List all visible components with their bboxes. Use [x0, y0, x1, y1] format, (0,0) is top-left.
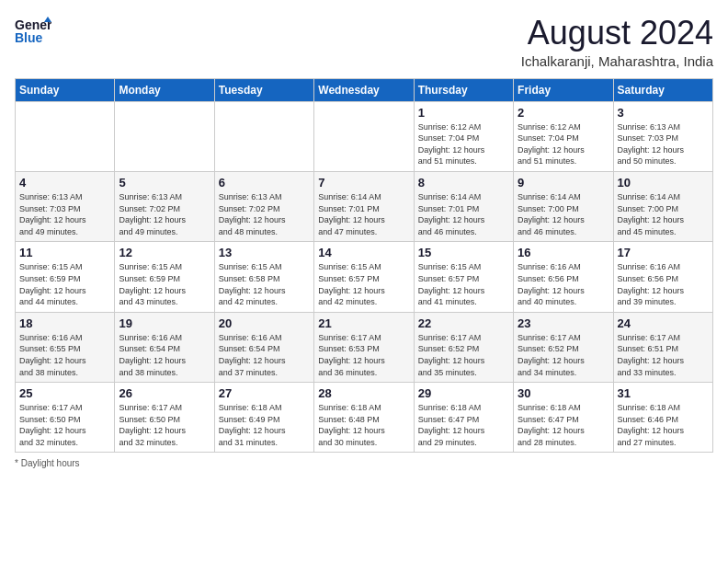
day-number: 12 [119, 246, 210, 259]
calendar-cell: 16Sunrise: 6:16 AM Sunset: 6:56 PM Dayli… [514, 242, 613, 312]
day-info: Sunrise: 6:16 AM Sunset: 6:55 PM Dayligh… [19, 332, 110, 378]
day-number: 10 [618, 176, 709, 190]
day-number: 29 [418, 386, 509, 400]
calendar-cell: 23Sunrise: 6:17 AM Sunset: 6:52 PM Dayli… [514, 312, 613, 382]
footer-text: Daylight hours [21, 458, 80, 468]
calendar-body: 1Sunrise: 6:12 AM Sunset: 7:04 PM Daylig… [16, 101, 713, 453]
day-info: Sunrise: 6:16 AM Sunset: 6:54 PM Dayligh… [119, 332, 210, 378]
day-number: 16 [518, 246, 609, 259]
calendar-cell: 20Sunrise: 6:16 AM Sunset: 6:54 PM Dayli… [214, 312, 313, 382]
header-wednesday: Wednesday [314, 78, 414, 101]
calendar-cell: 27Sunrise: 6:18 AM Sunset: 6:49 PM Dayli… [214, 383, 313, 453]
day-number: 2 [518, 106, 609, 120]
day-info: Sunrise: 6:16 AM Sunset: 6:56 PM Dayligh… [518, 261, 609, 307]
day-info: Sunrise: 6:15 AM Sunset: 6:57 PM Dayligh… [418, 261, 509, 307]
calendar-week-0: 1Sunrise: 6:12 AM Sunset: 7:04 PM Daylig… [16, 101, 713, 171]
calendar-cell: 1Sunrise: 6:12 AM Sunset: 7:04 PM Daylig… [414, 101, 513, 171]
day-number: 5 [119, 176, 210, 190]
calendar-cell: 26Sunrise: 6:17 AM Sunset: 6:50 PM Dayli… [115, 383, 214, 453]
calendar-cell: 11Sunrise: 6:15 AM Sunset: 6:59 PM Dayli… [16, 242, 115, 312]
calendar-cell: 30Sunrise: 6:18 AM Sunset: 6:47 PM Dayli… [514, 383, 613, 453]
calendar-cell: 25Sunrise: 6:17 AM Sunset: 6:50 PM Dayli… [16, 383, 115, 453]
svg-text:Blue: Blue [15, 30, 43, 45]
day-number: 9 [518, 176, 609, 190]
location-subtitle: Ichalkaranji, Maharashtra, India [521, 53, 713, 69]
day-number: 24 [618, 316, 709, 330]
calendar-cell: 14Sunrise: 6:15 AM Sunset: 6:57 PM Dayli… [314, 242, 414, 312]
day-info: Sunrise: 6:13 AM Sunset: 7:02 PM Dayligh… [219, 191, 310, 237]
calendar-cell: 24Sunrise: 6:17 AM Sunset: 6:51 PM Dayli… [613, 312, 712, 382]
calendar-cell: 3Sunrise: 6:13 AM Sunset: 7:03 PM Daylig… [613, 101, 712, 171]
calendar-table: SundayMondayTuesdayWednesdayThursdayFrid… [15, 78, 713, 454]
day-number: 28 [318, 386, 409, 400]
day-number: 3 [618, 106, 709, 120]
day-number: 23 [518, 316, 609, 330]
day-info: Sunrise: 6:15 AM Sunset: 6:57 PM Dayligh… [318, 261, 409, 307]
day-info: Sunrise: 6:18 AM Sunset: 6:46 PM Dayligh… [618, 402, 709, 448]
day-info: Sunrise: 6:15 AM Sunset: 6:59 PM Dayligh… [119, 261, 210, 307]
header-sunday: Sunday [16, 78, 115, 101]
header-saturday: Saturday [613, 78, 712, 101]
logo-icon: General Blue [15, 15, 51, 48]
header-thursday: Thursday [414, 78, 513, 101]
calendar-cell: 18Sunrise: 6:16 AM Sunset: 6:55 PM Dayli… [16, 312, 115, 382]
month-year-title: August 2024 [521, 15, 713, 52]
footer-note: * Daylight hours [15, 458, 713, 468]
day-number: 26 [119, 386, 210, 400]
calendar-week-4: 25Sunrise: 6:17 AM Sunset: 6:50 PM Dayli… [16, 383, 713, 453]
day-info: Sunrise: 6:17 AM Sunset: 6:52 PM Dayligh… [418, 332, 509, 378]
calendar-cell: 6Sunrise: 6:13 AM Sunset: 7:02 PM Daylig… [214, 171, 313, 241]
day-number: 20 [219, 316, 310, 330]
day-info: Sunrise: 6:16 AM Sunset: 6:54 PM Dayligh… [219, 332, 310, 378]
calendar-cell: 15Sunrise: 6:15 AM Sunset: 6:57 PM Dayli… [414, 242, 513, 312]
calendar-cell [115, 101, 214, 171]
day-number: 21 [318, 316, 409, 330]
day-info: Sunrise: 6:18 AM Sunset: 6:47 PM Dayligh… [518, 402, 609, 448]
calendar-week-1: 4Sunrise: 6:13 AM Sunset: 7:03 PM Daylig… [16, 171, 713, 241]
calendar-cell: 9Sunrise: 6:14 AM Sunset: 7:00 PM Daylig… [514, 171, 613, 241]
day-info: Sunrise: 6:17 AM Sunset: 6:50 PM Dayligh… [19, 402, 110, 448]
calendar-cell: 13Sunrise: 6:15 AM Sunset: 6:58 PM Dayli… [214, 242, 313, 312]
calendar-cell: 17Sunrise: 6:16 AM Sunset: 6:56 PM Dayli… [613, 242, 712, 312]
day-info: Sunrise: 6:14 AM Sunset: 7:00 PM Dayligh… [518, 191, 609, 237]
calendar-cell: 28Sunrise: 6:18 AM Sunset: 6:48 PM Dayli… [314, 383, 414, 453]
day-info: Sunrise: 6:17 AM Sunset: 6:51 PM Dayligh… [618, 332, 709, 378]
calendar-cell: 5Sunrise: 6:13 AM Sunset: 7:02 PM Daylig… [115, 171, 214, 241]
day-info: Sunrise: 6:18 AM Sunset: 6:47 PM Dayligh… [418, 402, 509, 448]
day-number: 14 [318, 246, 409, 259]
day-info: Sunrise: 6:14 AM Sunset: 7:00 PM Dayligh… [618, 191, 709, 237]
day-number: 30 [518, 386, 609, 400]
day-info: Sunrise: 6:13 AM Sunset: 7:03 PM Dayligh… [19, 191, 110, 237]
calendar-cell: 19Sunrise: 6:16 AM Sunset: 6:54 PM Dayli… [115, 312, 214, 382]
day-info: Sunrise: 6:14 AM Sunset: 7:01 PM Dayligh… [318, 191, 409, 237]
day-info: Sunrise: 6:17 AM Sunset: 6:53 PM Dayligh… [318, 332, 409, 378]
day-number: 4 [19, 176, 110, 190]
calendar-cell: 7Sunrise: 6:14 AM Sunset: 7:01 PM Daylig… [314, 171, 414, 241]
calendar-cell: 29Sunrise: 6:18 AM Sunset: 6:47 PM Dayli… [414, 383, 513, 453]
day-number: 19 [119, 316, 210, 330]
calendar-week-2: 11Sunrise: 6:15 AM Sunset: 6:59 PM Dayli… [16, 242, 713, 312]
day-number: 22 [418, 316, 509, 330]
day-number: 31 [618, 386, 709, 400]
logo: General Blue [15, 15, 51, 48]
calendar-cell: 31Sunrise: 6:18 AM Sunset: 6:46 PM Dayli… [613, 383, 712, 453]
day-number: 1 [418, 106, 509, 120]
day-number: 7 [318, 176, 409, 190]
day-info: Sunrise: 6:17 AM Sunset: 6:52 PM Dayligh… [518, 332, 609, 378]
day-info: Sunrise: 6:14 AM Sunset: 7:01 PM Dayligh… [418, 191, 509, 237]
day-info: Sunrise: 6:12 AM Sunset: 7:04 PM Dayligh… [418, 121, 509, 167]
day-info: Sunrise: 6:15 AM Sunset: 6:58 PM Dayligh… [219, 261, 310, 307]
day-info: Sunrise: 6:15 AM Sunset: 6:59 PM Dayligh… [19, 261, 110, 307]
day-number: 15 [418, 246, 509, 259]
calendar-cell: 12Sunrise: 6:15 AM Sunset: 6:59 PM Dayli… [115, 242, 214, 312]
day-number: 25 [19, 386, 110, 400]
calendar-week-3: 18Sunrise: 6:16 AM Sunset: 6:55 PM Dayli… [16, 312, 713, 382]
day-number: 17 [618, 246, 709, 259]
calendar-cell: 2Sunrise: 6:12 AM Sunset: 7:04 PM Daylig… [514, 101, 613, 171]
page-header: General Blue August 2024 Ichalkaranji, M… [15, 15, 713, 69]
day-info: Sunrise: 6:16 AM Sunset: 6:56 PM Dayligh… [618, 261, 709, 307]
header-monday: Monday [115, 78, 214, 101]
calendar-cell: 21Sunrise: 6:17 AM Sunset: 6:53 PM Dayli… [314, 312, 414, 382]
calendar-header-row: SundayMondayTuesdayWednesdayThursdayFrid… [16, 78, 713, 101]
day-info: Sunrise: 6:17 AM Sunset: 6:50 PM Dayligh… [119, 402, 210, 448]
